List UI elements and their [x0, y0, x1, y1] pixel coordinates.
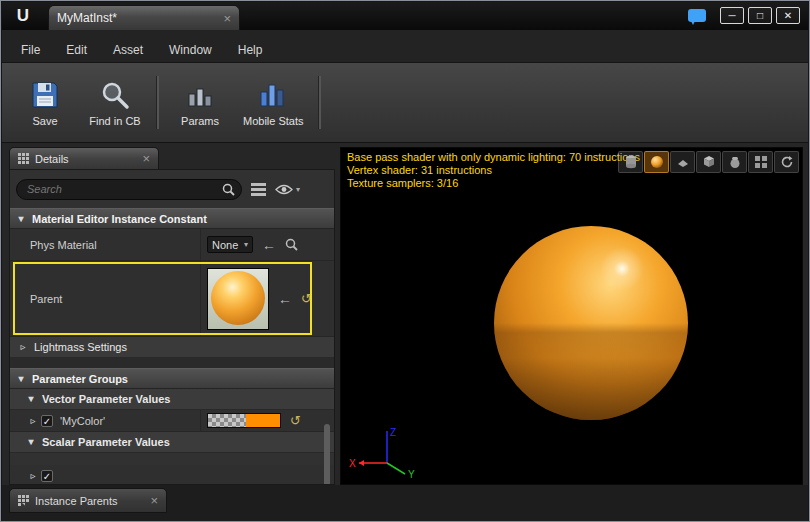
- details-search-row: ▾: [10, 170, 334, 208]
- find-in-cb-label: Find in CB: [89, 115, 140, 127]
- grid-toggle-icon[interactable]: [748, 151, 773, 173]
- phys-material-dropdown[interactable]: None ▾: [207, 236, 253, 253]
- mycolor-color-swatch[interactable]: [207, 413, 281, 428]
- list-view-icon[interactable]: [251, 183, 266, 196]
- section-title: Material Editor Instance Constant: [32, 213, 207, 225]
- expander-closed-icon[interactable]: ▹: [28, 416, 38, 426]
- preview-sphere-icon[interactable]: [644, 151, 669, 173]
- mycolor-value-area: ↺: [200, 410, 326, 431]
- menu-item-window[interactable]: Window: [156, 43, 225, 57]
- menu-item-help[interactable]: Help: [225, 43, 276, 57]
- menubar: File Edit Asset Window Help: [2, 30, 808, 63]
- menu-item-file[interactable]: File: [8, 43, 53, 57]
- dock-grid-icon: [18, 153, 29, 164]
- instance-parents-tab-close-icon[interactable]: ×: [150, 494, 158, 507]
- use-selected-asset-icon[interactable]: ←: [278, 292, 292, 306]
- section-header-parameter-groups[interactable]: ▾ Parameter Groups: [10, 368, 334, 389]
- maximize-button[interactable]: □: [748, 7, 772, 24]
- tab-instance-parents[interactable]: Instance Parents ×: [9, 488, 167, 513]
- menu-item-edit[interactable]: Edit: [53, 43, 100, 57]
- use-selected-asset-icon[interactable]: ←: [262, 238, 276, 252]
- view-options-button[interactable]: ▾: [275, 184, 300, 195]
- viewport-toolbar: [618, 151, 799, 173]
- instance-parents-tab-label: Instance Parents: [35, 495, 144, 507]
- lightmass-settings-row[interactable]: ▹ Lightmass Settings: [10, 337, 334, 358]
- mobile-stats-button[interactable]: Mobile Stats: [235, 68, 312, 137]
- tab-details[interactable]: Details ×: [9, 147, 159, 169]
- unreal-engine-logo-icon: U: [12, 5, 34, 27]
- magnifier-icon: [98, 79, 132, 111]
- menu-item-asset[interactable]: Asset: [100, 43, 156, 57]
- phys-material-value-area: None ▾ ←: [200, 229, 326, 260]
- details-body: ▾ ▾ Material Editor Instance Constant Ph…: [9, 169, 335, 485]
- vector-parameter-values-label: Vector Parameter Values: [42, 393, 170, 405]
- reset-to-default-icon[interactable]: ↺: [301, 292, 312, 305]
- phys-material-row: Phys Material None ▾ ←: [10, 229, 334, 261]
- preview-cylinder-icon[interactable]: [618, 151, 643, 173]
- close-button[interactable]: ✕: [776, 7, 800, 24]
- minimize-button[interactable]: ─: [720, 7, 744, 24]
- realtime-toggle-icon[interactable]: [774, 151, 799, 173]
- feedback-chat-icon[interactable]: [688, 9, 706, 22]
- stats-line-texture-samplers: Texture samplers: 3/16: [347, 177, 640, 190]
- axis-gizmo: Z X Y: [347, 423, 421, 481]
- params-bars-icon: [183, 79, 217, 111]
- preview-cube-icon[interactable]: [696, 151, 721, 173]
- expander-open-icon[interactable]: ▾: [26, 437, 36, 447]
- material-instance-editor-window: U MyMatInst* × ─ □ ✕ File Edit Asset Win…: [0, 0, 810, 522]
- phys-material-value: None: [212, 239, 238, 251]
- lightmass-settings-label: Lightmass Settings: [34, 341, 127, 353]
- axis-y-label: Y: [408, 469, 415, 480]
- details-tab-label: Details: [35, 153, 136, 165]
- document-tab[interactable]: MyMatInst* ×: [48, 5, 240, 30]
- parent-value-area: ← ↺: [200, 261, 326, 336]
- preview-viewport[interactable]: Base pass shader with only dynamic light…: [340, 147, 803, 485]
- expander-closed-icon[interactable]: ▹: [28, 471, 38, 481]
- search-box: [16, 179, 242, 200]
- mobile-stats-label: Mobile Stats: [243, 115, 304, 127]
- expander-closed-icon[interactable]: ▹: [18, 342, 28, 352]
- search-icon: [222, 183, 235, 196]
- window-controls: ─ □ ✕: [720, 7, 800, 24]
- material-preview-sphere: [494, 226, 688, 420]
- mobile-stats-bars-icon: [256, 79, 290, 111]
- details-scrollbar-thumb[interactable]: [324, 424, 330, 485]
- tab-close-icon[interactable]: ×: [223, 12, 231, 25]
- parent-row: Parent ← ↺: [10, 261, 334, 337]
- mycolor-row: ▹ ✓ 'MyColor' ↺: [10, 410, 334, 432]
- scalar-parameter-values-header[interactable]: ▾ Scalar Parameter Values: [10, 432, 334, 453]
- mycolor-checkbox[interactable]: ✓: [41, 415, 53, 427]
- section-title: Parameter Groups: [32, 373, 128, 385]
- chevron-down-icon: ▾: [244, 240, 248, 249]
- phys-material-label: Phys Material: [10, 239, 97, 251]
- scalar-parameter-row-partial: ▹ ✓: [10, 465, 334, 485]
- dock-grid-icon: [18, 495, 29, 506]
- axis-z-label: Z: [390, 427, 396, 438]
- search-input[interactable]: [17, 183, 222, 195]
- params-label: Params: [181, 115, 219, 127]
- save-button[interactable]: Save: [10, 68, 80, 137]
- details-tab-close-icon[interactable]: ×: [142, 152, 150, 165]
- vector-parameter-values-header[interactable]: ▾ Vector Parameter Values: [10, 389, 334, 410]
- chevron-down-icon: ▾: [296, 185, 300, 194]
- scalar-parameter-values-label: Scalar Parameter Values: [42, 436, 170, 448]
- parent-material-thumbnail[interactable]: [207, 268, 269, 330]
- eye-icon: [275, 184, 293, 195]
- parent-label: Parent: [10, 293, 62, 305]
- scalar-parameter-checkbox[interactable]: ✓: [41, 470, 53, 482]
- toolbar-separator: [318, 76, 321, 129]
- params-button[interactable]: Params: [165, 68, 235, 137]
- expander-open-icon[interactable]: ▾: [16, 214, 26, 224]
- expander-open-icon[interactable]: ▾: [16, 374, 26, 384]
- toolbar: Save Find in CB Params: [2, 63, 808, 143]
- preview-plane-icon[interactable]: [670, 151, 695, 173]
- find-in-cb-button[interactable]: Find in CB: [80, 68, 150, 137]
- reset-to-default-icon[interactable]: ↺: [290, 414, 301, 427]
- material-sphere-thumb: [211, 271, 265, 325]
- stats-line-base-pass: Base pass shader with only dynamic light…: [347, 151, 640, 164]
- browse-to-asset-icon[interactable]: [285, 238, 298, 251]
- section-header-instance-constant[interactable]: ▾ Material Editor Instance Constant: [10, 208, 334, 229]
- shader-stats: Base pass shader with only dynamic light…: [347, 151, 640, 190]
- expander-open-icon[interactable]: ▾: [26, 394, 36, 404]
- preview-mesh-icon[interactable]: [722, 151, 747, 173]
